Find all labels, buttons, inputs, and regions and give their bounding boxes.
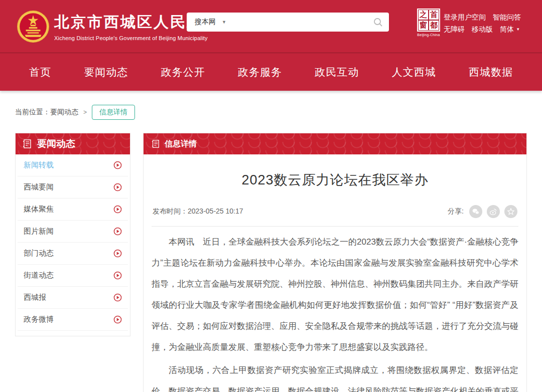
nav-item-gov-open[interactable]: 政务公开 (161, 65, 205, 79)
logo-char: 窗 (418, 20, 429, 31)
logo-char: 之 (418, 10, 429, 20)
share-bar: 分享: (448, 205, 517, 218)
language-selector[interactable]: 简体 (500, 23, 514, 35)
wechat-icon (472, 208, 480, 216)
chevron-down-icon: ▾ (517, 23, 519, 35)
logo-char: 首 (429, 10, 439, 20)
chevron-down-icon: ▼ (222, 20, 226, 25)
sidebar-item-xicheng-paper[interactable]: 西城报 (18, 287, 128, 309)
play-circle-icon (113, 293, 122, 302)
login-user-space-link[interactable]: 登录用户空间 (444, 11, 486, 23)
article: 2023数云原力论坛在我区举办 发布时间：2023-05-25 10:17 分享… (144, 171, 526, 392)
article-panel: 信息详情 2023数云原力论坛在我区举办 发布时间：2023-05-25 10:… (143, 133, 527, 392)
panel-title: 信息详情 (165, 139, 197, 149)
nav-item-interaction[interactable]: 政民互动 (315, 65, 359, 79)
breadcrumb-current-badge: 信息详情 (92, 105, 135, 120)
content-area: 要闻动态 新闻转载 西城要闻 媒体聚焦 图片新闻 部门 (15, 133, 527, 392)
breadcrumb: 当前位置： 要闻动态 > 信息详情 (15, 105, 542, 120)
nav-item-gov-services[interactable]: 政务服务 (238, 65, 282, 79)
play-circle-icon (113, 227, 122, 236)
publish-time: 发布时间：2023-05-25 10:17 (153, 207, 243, 216)
search-icon[interactable] (373, 17, 383, 27)
sidebar-title: 要闻动态 (37, 137, 75, 150)
favorite-share-button[interactable] (504, 205, 517, 218)
publish-time-value: 2023-05-25 10:17 (188, 207, 243, 215)
breadcrumb-separator: > (83, 109, 87, 116)
accessibility-link[interactable]: 无障碍 (444, 23, 465, 35)
weibo-icon (489, 208, 497, 216)
nav-item-news[interactable]: 要闻动态 (84, 65, 128, 79)
nav-item-data[interactable]: 西城数据 (469, 65, 513, 79)
capital-window-grid: 之 首 窗 都 (417, 9, 440, 32)
sidebar-item-news-repost[interactable]: 新闻转载 (18, 154, 128, 176)
favorite-star-icon (507, 208, 515, 216)
article-meta-row: 发布时间：2023-05-25 10:17 分享: (152, 203, 518, 227)
play-circle-icon (113, 271, 122, 280)
site-subtitle: Xicheng District People's Government of … (54, 35, 220, 41)
capital-window-logo[interactable]: 之 首 窗 都 Beijing-China (416, 9, 442, 37)
main-navigation: 首页 要闻动态 政务公开 政务服务 政民互动 人文西城 西城数据 (0, 53, 542, 91)
search-scope-label: 搜本网 (195, 18, 216, 27)
document-list-icon (151, 139, 160, 148)
site-header: 北京市西城区人民政府 Xicheng District People's Gov… (0, 0, 542, 53)
utility-links: 登录用户空间 智能问答 无障碍 移动版 简体 ▾ (444, 11, 521, 35)
article-body: 本网讯 近日，全球金融科技大会系列论坛之一的2023数云原力大会“数据资产·金融… (152, 227, 518, 392)
search-input[interactable] (226, 15, 373, 30)
document-list-icon (22, 139, 32, 149)
weibo-share-button[interactable] (487, 205, 500, 218)
article-paragraph: 活动现场，六合上甲数据资产研究实验室正式揭牌成立，将围绕数据权属界定、数据评估定… (152, 360, 518, 392)
sidebar-header: 要闻动态 (16, 133, 130, 154)
sidebar-item-department-news[interactable]: 部门动态 (18, 243, 128, 265)
logo-char: 都 (429, 20, 439, 31)
logo-caption: Beijing-China (416, 33, 442, 37)
mobile-version-link[interactable]: 移动版 (472, 23, 493, 35)
article-title: 2023数云原力论坛在我区举办 (152, 171, 518, 189)
play-circle-icon (113, 205, 122, 214)
play-circle-icon (113, 183, 122, 191)
publish-time-label: 发布时间： (153, 207, 188, 215)
share-label: 分享: (448, 207, 464, 216)
sidebar-item-xicheng-news[interactable]: 西城要闻 (18, 176, 128, 199)
wechat-share-button[interactable] (469, 205, 482, 218)
breadcrumb-prefix: 当前位置： (15, 108, 50, 117)
sidebar-item-street-news[interactable]: 街道动态 (18, 265, 128, 287)
search-scope-selector[interactable]: 搜本网 ▼ (195, 18, 226, 27)
sidebar-item-media-focus[interactable]: 媒体聚焦 (18, 199, 128, 221)
play-circle-icon (113, 161, 122, 169)
breadcrumb-section-link[interactable]: 要闻动态 (50, 108, 78, 117)
national-emblem-icon (17, 10, 50, 43)
sidebar-item-gov-weibo[interactable]: 政务微博 (18, 309, 128, 331)
smart-qa-link[interactable]: 智能问答 (493, 11, 521, 23)
play-circle-icon (113, 249, 122, 258)
nav-item-home[interactable]: 首页 (29, 65, 51, 79)
search-box[interactable]: 搜本网 ▼ (187, 13, 389, 32)
article-paragraph: 本网讯 近日，全球金融科技大会系列论坛之一的2023数云原力大会“数据资产·金融… (152, 232, 518, 358)
article-panel-header: 信息详情 (144, 133, 526, 154)
news-sidebar: 要闻动态 新闻转载 西城要闻 媒体聚焦 图片新闻 部门 (15, 133, 130, 336)
play-circle-icon (113, 315, 122, 324)
nav-item-culture[interactable]: 人文西城 (392, 65, 436, 79)
sidebar-item-photo-news[interactable]: 图片新闻 (18, 221, 128, 243)
